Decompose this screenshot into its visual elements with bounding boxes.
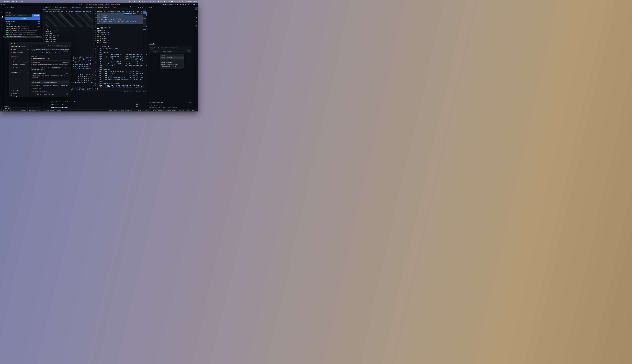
model-option[interactable]: Claude Sonnet 4.5 [160,61,184,63]
tab-close-icon[interactable]: ✕ [108,7,109,8]
agent-robot-icon[interactable] [195,7,198,10]
minimize-traffic-light[interactable] [3,4,4,5]
split-editor-icon[interactable]: ◫ [142,6,143,8]
history-item[interactable]: Apply Blog Style Rules30m [149,104,191,106]
cat-app-icon[interactable]: ♞ [139,1,140,2]
model-option[interactable]: Gemini 3 Pro (Low) [160,59,184,61]
remote-indicator[interactable]: ⌁ [0,110,2,112]
status-shell-script[interactable]: Shell Script [158,110,165,111]
terminal-icon[interactable]: ▣ [50,45,51,46]
accept-button[interactable]: Accept⌥⏎ [124,13,132,14]
accounts-icon[interactable]: ⊙ [0,104,4,107]
breadcrumb[interactable]: scripts›ai››_trigger-worker-sync.sh [42,8,147,10]
conversation-item[interactable]: Apply Blog Style Rules [12,64,28,66]
status--0-57[interactable]: ⊘ 0 ⚠ 57 [37,110,44,111]
model-selector[interactable]: ∨ Gemini 3 Pro (High) [160,50,172,52]
bluetooth-icon[interactable]: ᛒ [169,1,170,2]
tab-Implementation[interactable]: ▤Implementation Plan [68,6,83,8]
open-agent-manager-button[interactable]: Open Agent Manager [162,4,174,5]
maximize-panel-icon[interactable]: ◹ [143,91,144,92]
close-panel-icon[interactable]: ✕ [145,91,146,92]
youdao-icon[interactable]: yd [160,1,162,2]
agent-manager-window[interactable]: Agent Manager Preview ✉1 Inbox ◫ ＋Start … [10,42,71,97]
extensions-icon[interactable]: ⊞ [0,19,4,22]
status-spaces-2[interactable]: Spaces: 2 [143,110,150,111]
gitlens-section[interactable]: ›GitLens [4,108,42,110]
gear-icon[interactable]: ⚙ [191,4,192,5]
conversation-input-box[interactable]: Ask anything, @ for context ＋ ⌃ Planning… [31,90,69,96]
add-playground-icon[interactable]: ＋ [27,72,28,73]
wechat-icon[interactable]: ✦ [158,1,159,2]
explorer-icon[interactable]: ❐ [0,7,4,10]
inline-view-icon[interactable]: ◎ [140,6,141,8]
window-titlebar[interactable]: website — trigger-worker-sync.sh (Workin… [0,3,198,6]
staged-changes-row[interactable]: ›Staged Changes 21 [4,20,42,22]
openai-icon[interactable]: ✳ [195,20,198,23]
whitespace-icon[interactable]: ¶ [136,6,136,8]
status-launchpad[interactable]: ✓⌁Launchpad [18,110,27,111]
file-edited-implementation-plan[interactable]: ▤ Implementation Plan [31,58,44,60]
scm-more-actions-icon[interactable]: ⋯ [39,6,40,8]
agent-input-box[interactable]: ＋ ∨ Planning ∨ Gemini 3 Pro (High) → [149,46,191,53]
add-context-icon[interactable]: ＋ [32,93,34,95]
status-utf-8[interactable]: UTF-8 [150,110,154,111]
agent-manager-titlebar[interactable] [10,42,71,44]
wifi-icon[interactable]: ≋ [177,1,178,2]
menu-app-name[interactable]: Antigravity [4,1,10,2]
scm-file-row[interactable]: ›_trigger-worker-sync.shscripts/ai❐ ↺ ＋M [4,36,42,38]
status-antigravity-settings[interactable]: Antigravity - Settings [165,110,177,111]
browser-icon[interactable] [48,45,49,46]
open-plan-button[interactable]: Open [65,73,68,74]
workspace-item-website[interactable]: ⌄website ＋ [11,58,28,60]
run-debug-icon[interactable]: ▷ [0,23,4,26]
moon-icon[interactable]: ☾ [166,1,168,2]
send-button[interactable]: → [66,93,68,95]
model-selector[interactable]: ⌃ Gemini 3 Pro (High) [42,94,54,95]
chevron-down-icon[interactable]: ⌄ [196,4,197,5]
add-icon[interactable]: ＋ [46,45,46,47]
map-icon[interactable]: ▦ [138,6,139,8]
tab-sync-ai-oss-rank.yml[interactable]: Ysync-ai-oss-rank.ymlU [52,6,68,8]
input-source-icon[interactable]: A [172,1,173,2]
avatar[interactable]: JS [193,4,195,5]
source-control-icon[interactable]: ⎇27 [0,15,4,18]
openai-icon[interactable]: ✳ [129,1,130,2]
menu-item-file[interactable]: File [12,1,14,2]
thought-toggle[interactable]: › Thought for 19s [31,87,69,89]
code-icon[interactable]: <> [52,45,53,46]
open-changes-icon[interactable]: ❐ [130,6,131,8]
mode-selector[interactable]: ⌃ Planning [35,94,41,95]
add-conversation-icon[interactable]: ＋ [27,58,28,60]
scm-file-row[interactable]: M↓index.mdcontent/zh/blog/antigravity-vs… [4,32,42,34]
footer-item-browser[interactable]: ◍Browser [11,92,28,94]
panel-icon[interactable]: ◫ [28,49,28,50]
search-icon[interactable]: ⌕ [185,4,186,5]
status--[interactable]: ⌕ [133,110,135,111]
minimize-traffic-light[interactable] [12,43,14,44]
expand-all-button[interactable]: Expand all ‹ [63,62,69,63]
status-prettier[interactable]: ✓Prettier [184,110,191,111]
chat-icon[interactable]: ✦ [136,1,138,2]
chat-icon[interactable]: ✦ [134,1,135,2]
toggle-left-panel-icon[interactable] [177,4,179,5]
status-not-committed-yet[interactable]: ◈Not Committed Yet [120,110,133,111]
commit-dropdown-icon[interactable]: ⌄ [38,17,40,20]
weather-item[interactable]: ☀ 11°C [144,1,148,2]
double-chevron-icon[interactable]: ≫ [195,16,198,19]
huggingface-h-icon[interactable]: H [195,24,198,27]
contrast-icon[interactable]: ◐ [132,1,132,2]
split-icon[interactable]: ◫ [69,45,70,46]
close-panel-icon[interactable]: ✕ [192,6,193,8]
next-change-icon[interactable]: ↓ [134,6,134,8]
model-option[interactable]: Gemini 3 Pro (High) [160,56,184,59]
commit-button[interactable]: ✓Commit ⌄ [5,17,40,20]
control-center-icon[interactable]: ▤ [182,1,184,2]
siri-icon[interactable] [179,1,181,2]
zoom-traffic-light[interactable] [4,4,5,5]
tab-index.md[interactable]: M↓index.mdU [42,6,52,8]
openai-icon[interactable]: ✳ [128,6,129,8]
breadcrumb-item[interactable]: scripts [43,9,46,10]
status--normal-[interactable]: -- NORMAL -- [55,110,64,111]
playground-header[interactable]: Playgroundⓘ ＋ [11,71,28,73]
search-icon[interactable]: ⌕ [0,11,4,14]
